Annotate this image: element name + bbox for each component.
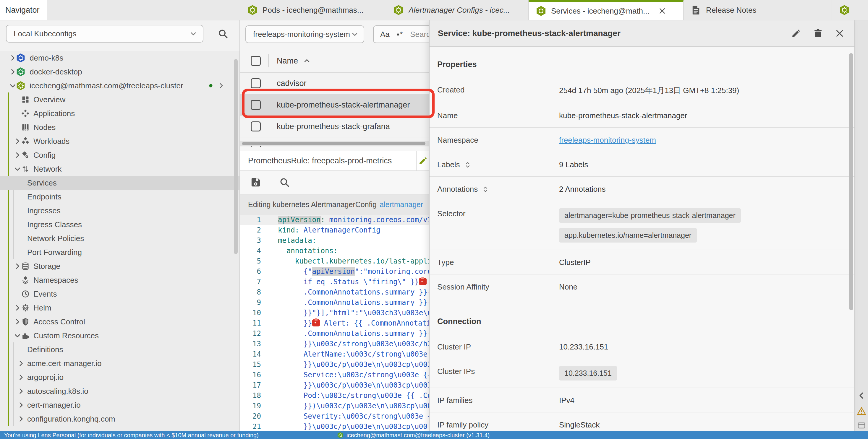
detail-row-cluster-ips: Cluster IPs10.233.16.151: [430, 359, 855, 388]
sidebar-search-icon[interactable]: [218, 28, 228, 39]
editor-line-5[interactable]: 5 kubectl.kubernetes.io/last-applied-con…: [240, 256, 429, 267]
namespace-select[interactable]: freeleaps-monitoring-system: [245, 25, 364, 43]
tab-pods-icecheng-mathmas-[interactable]: Pods - icecheng@mathmas...: [240, 0, 386, 20]
sidebar-item-helm[interactable]: Helm: [0, 301, 240, 315]
chevron-down-icon: [190, 30, 197, 37]
row-checkbox[interactable]: [251, 122, 261, 131]
cluster-status-text: icecheng@mathmast.com@freeleaps-cluster …: [346, 432, 490, 439]
editor-line-12[interactable]: 12 .CommonAnnotations.summary }}-: [240, 329, 429, 339]
sort-updown-icon[interactable]: [464, 161, 471, 168]
sidebar-item-nodes[interactable]: Nodes: [0, 120, 240, 134]
namespace-select-value: freeleaps-monitoring-system: [253, 30, 350, 39]
sidebar-item-port-forwarding[interactable]: Port Forwarding: [0, 245, 240, 259]
table-row-cadvisor[interactable]: cadvisor: [240, 73, 429, 94]
editor-line-3[interactable]: 3metadata:: [240, 235, 429, 246]
editor-line-17[interactable]: 17 }}\u003c/p\u003e\n\u003cp\u003e: [240, 380, 429, 391]
regex-toggle[interactable]: ▪*: [397, 30, 403, 39]
sidebar-item-cert-manager-io[interactable]: cert-manager.io: [0, 398, 240, 412]
chevron-right-icon[interactable]: [218, 82, 225, 89]
editor-line-16[interactable]: 16 Service:\u003c/strong\u003e {{: [240, 370, 429, 380]
sidebar-item-config[interactable]: Config: [0, 148, 240, 162]
drawer-scrollbar[interactable]: [849, 53, 853, 310]
save-icon[interactable]: [250, 176, 261, 188]
namespaces-icon: [21, 276, 30, 284]
editor-line-4[interactable]: 4 annotations:: [240, 246, 429, 256]
table-row-kube-prometheus-stack-alertmanager[interactable]: kube-prometheus-stack-alertmanager: [240, 94, 429, 116]
kubeconfig-select[interactable]: Local Kubeconfigs: [6, 25, 204, 42]
editing-resource-link[interactable]: alertmanager: [380, 200, 423, 209]
panel-box-icon[interactable]: [857, 421, 866, 430]
sidebar-item-services[interactable]: Services: [0, 176, 240, 190]
sidebar-item-icecheng-mathmast-com-freeleaps-cluster[interactable]: icecheng@mathmast.com@freeleaps-cluster: [0, 78, 240, 93]
row-checkbox[interactable]: [251, 78, 261, 88]
sidebar-item-custom-resources[interactable]: Custom Resources: [0, 329, 240, 342]
sidebar-item-ingress-classes[interactable]: Ingress Classes: [0, 217, 240, 231]
editor-line-14[interactable]: 14 AlertName:\u003c/strong\u003e {{: [240, 349, 429, 360]
row-checkbox[interactable]: [251, 100, 261, 110]
sidebar-item-endpoints[interactable]: Endpoints: [0, 190, 240, 204]
namespace-link[interactable]: freeleaps-monitoring-system: [559, 135, 656, 145]
editor-line-2[interactable]: 2kind: AlertmanagerConfig: [240, 225, 429, 235]
editor-line-6[interactable]: 6 {"apiVersion":"monitoring.coreos.com/v…: [240, 267, 429, 277]
sidebar-item-definitions[interactable]: Definitions: [0, 342, 240, 356]
siren-emoji: [419, 278, 427, 285]
editor-search-icon[interactable]: [279, 177, 290, 188]
drawer-title: Service: kube-prometheus-stack-alertmana…: [438, 29, 621, 38]
close-tab-icon[interactable]: [658, 7, 666, 15]
editor-line-1[interactable]: 1apiVersion: monitoring.coreos.com/v1: [240, 215, 429, 225]
tab-partial[interactable]: [832, 0, 868, 20]
sidebar-item-overview[interactable]: Overview: [0, 93, 240, 106]
sidebar-item-network[interactable]: Network: [0, 162, 240, 176]
sidebar-item-docker-desktop[interactable]: docker-desktop: [0, 65, 240, 78]
sidebar-item-storage[interactable]: Storage: [0, 259, 240, 273]
editor-line-10[interactable]: 10 }}"}],"html":"\u003ch3\u003e\u003cs: [240, 308, 429, 318]
sidebar-item-workloads[interactable]: Workloads: [0, 134, 240, 148]
editor-line-8[interactable]: 8 .CommonAnnotations.summary }}-: [240, 287, 429, 298]
helm-icon: [21, 304, 30, 312]
match-case-toggle[interactable]: Aa: [380, 30, 390, 39]
sidebar-scrollbar[interactable]: [234, 59, 238, 254]
edit-service-button[interactable]: [791, 28, 801, 38]
sidebar-item-namespaces[interactable]: Namespaces: [0, 273, 240, 287]
sidebar-item-ingresses[interactable]: Ingresses: [0, 204, 240, 217]
sidebar-item-autoscaling-k8s-io[interactable]: autoscaling.k8s.io: [0, 384, 240, 398]
search-input[interactable]: Aa ▪* Search: [373, 25, 429, 43]
tab-alertmanager-configs-icec-[interactable]: Alertmanager Configs - icec...: [386, 0, 529, 20]
chevron-left-icon[interactable]: [857, 391, 866, 400]
puzzle-icon: [21, 332, 30, 340]
sidebar-item-demo-k8s[interactable]: demo-k8s: [0, 51, 240, 65]
sort-updown-icon[interactable]: [482, 186, 489, 193]
editor-line-13[interactable]: 13 }}\u003c/strong\u003e\u003c/h3\u003e: [240, 339, 429, 349]
editor-line-15[interactable]: 15 }}\u003c/p\u003e\n\u003cp\u003e: [240, 360, 429, 370]
editor-line-21[interactable]: 21 }}\u003c/p\u003e\n\u003cp\u00: [240, 421, 429, 431]
delete-service-button[interactable]: [813, 28, 823, 38]
sidebar-item-configuration-konghq-com[interactable]: configuration.konghq.com: [0, 412, 240, 426]
chevron-right-icon: [13, 318, 21, 326]
yaml-editor[interactable]: 1apiVersion: monitoring.coreos.com/v12ki…: [240, 215, 429, 431]
sidebar-item-acme-cert-manager-io[interactable]: acme.cert-manager.io: [0, 356, 240, 370]
detail-row-type: TypeClusterIP: [430, 250, 855, 274]
sidebar-item-network-policies[interactable]: Network Policies: [0, 231, 240, 245]
sidebar-item-access-control[interactable]: Access Control: [0, 315, 240, 329]
warning-icon[interactable]: [857, 406, 866, 416]
editor-line-20[interactable]: 20 Severity:\u003c/strong\u003e {: [240, 411, 429, 421]
sidebar-item-events[interactable]: Events: [0, 287, 240, 301]
column-header-name[interactable]: Name: [277, 57, 298, 66]
tab-release-notes[interactable]: Release Notes: [684, 0, 832, 20]
editor-line-7[interactable]: 7 if eq .Status \"firing\" }}: [240, 277, 429, 287]
editor-line-18[interactable]: 18 Pod:\u003c/strong\u003e {{ .Co: [240, 391, 429, 401]
editor-line-19[interactable]: 19 }})\u003c/p\u003e\n\u003cp\u00: [240, 401, 429, 411]
detail-row-cluster-ip: Cluster IP10.233.16.151: [430, 334, 855, 359]
kubernetes-icon: [536, 6, 546, 16]
sidebar-item-applications[interactable]: Applications: [0, 106, 240, 120]
sort-ascending-icon[interactable]: [303, 57, 310, 64]
horizontal-scrollbar[interactable]: [240, 141, 429, 146]
close-drawer-button[interactable]: [835, 29, 844, 38]
edit-resource-button[interactable]: [416, 151, 429, 170]
tab-services-icecheng-math-[interactable]: Services - icecheng@math...: [529, 0, 684, 20]
table-row-kube-prometheus-stack-grafana[interactable]: kube-prometheus-stack-grafana: [240, 116, 429, 137]
select-all-checkbox[interactable]: [251, 56, 261, 66]
editor-line-9[interactable]: 9 .CommonAnnotations.summary }}-: [240, 298, 429, 308]
editor-line-11[interactable]: 11 }} Alert: {{ .CommonAnnotations: [240, 318, 429, 329]
sidebar-item-argoproj-io[interactable]: argoproj.io: [0, 370, 240, 384]
